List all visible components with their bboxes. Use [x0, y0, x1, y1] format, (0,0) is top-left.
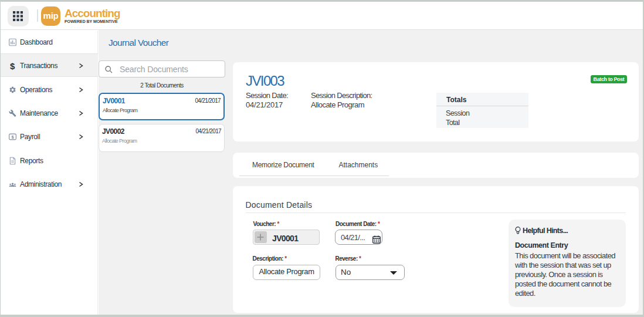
svg-text:$: $: [11, 134, 14, 140]
